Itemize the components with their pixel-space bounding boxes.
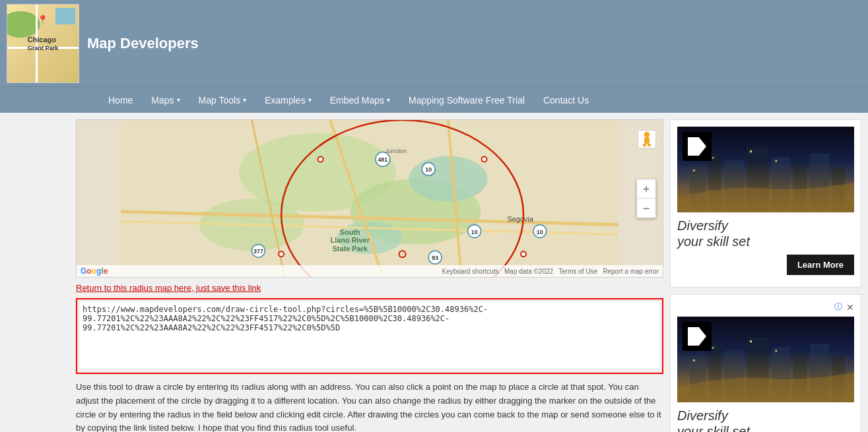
svg-rect-55 <box>747 338 769 401</box>
nav-free-trial[interactable]: Mapping Software Free Trial <box>399 90 534 111</box>
svg-point-4 <box>409 156 488 202</box>
ad-logo-shape-1 <box>688 137 706 156</box>
svg-rect-42 <box>747 148 769 211</box>
chicago-label: ChicagoGrant Park <box>28 36 59 51</box>
description-text: Use this tool to draw a circle by enteri… <box>76 381 663 432</box>
svg-rect-53 <box>709 344 721 400</box>
svg-rect-35 <box>644 137 650 144</box>
logo-map-thumbnail: ChicagoGrant Park 📍 <box>7 4 79 83</box>
street-view-button[interactable] <box>638 130 656 148</box>
url-box-wrapper <box>76 298 663 374</box>
nav-map-tools[interactable]: Map Tools ▾ <box>189 90 256 111</box>
ad-info-row-2: ⓘ ✕ <box>677 301 854 313</box>
svg-rect-56 <box>772 347 790 400</box>
svg-rect-47 <box>693 170 695 171</box>
nav-contact[interactable]: Contact Us <box>534 90 598 111</box>
svg-rect-39 <box>690 166 706 210</box>
nav-maps[interactable]: Maps ▾ <box>142 90 189 111</box>
svg-rect-58 <box>810 344 829 400</box>
svg-rect-52 <box>690 356 706 400</box>
ad-box-2: ⓘ ✕ <box>670 294 861 432</box>
zoom-controls: + − <box>636 179 656 218</box>
zoom-out-button[interactable]: − <box>637 199 655 218</box>
ad-logo-shape-2 <box>688 327 706 346</box>
ad-headline-2: Diversifyyour skill set <box>677 408 854 432</box>
svg-rect-63 <box>775 350 777 352</box>
content-area: 481 10 10 10 377 83 Junction South Llano… <box>76 119 663 432</box>
ad-image-2 <box>677 317 854 402</box>
svg-rect-46 <box>832 166 845 210</box>
site-title: Map Developers <box>87 35 199 52</box>
svg-rect-36 <box>643 144 646 146</box>
svg-rect-49 <box>750 150 752 152</box>
svg-text:South: South <box>340 228 360 236</box>
nav-embed-maps-arrow: ▾ <box>387 96 390 104</box>
ad-bottom-1: Learn More <box>677 255 854 275</box>
svg-rect-41 <box>725 160 744 211</box>
ad-text-1: Diversifyyour skill set Learn More <box>677 212 854 280</box>
right-sidebar: Diversifyyour skill set Learn More ⓘ ✕ <box>670 119 861 432</box>
ad-info-icon-2[interactable]: ⓘ <box>834 301 842 313</box>
navigation: Home Maps ▾ Map Tools ▾ Examples ▾ Embed… <box>0 86 868 113</box>
svg-rect-60 <box>693 359 695 361</box>
site-logo[interactable]: ChicagoGrant Park 📍 Map Developers <box>7 4 199 83</box>
svg-rect-61 <box>712 347 714 349</box>
map-svg: 481 10 10 10 377 83 Junction South Llano… <box>77 120 663 277</box>
svg-rect-54 <box>725 350 744 401</box>
svg-point-30 <box>279 251 284 257</box>
svg-text:Llano River: Llano River <box>331 236 370 244</box>
svg-text:481: 481 <box>378 156 387 163</box>
svg-rect-57 <box>793 353 807 400</box>
svg-rect-43 <box>772 157 790 210</box>
nav-home[interactable]: Home <box>99 90 142 111</box>
svg-rect-37 <box>648 144 651 146</box>
svg-text:10: 10 <box>537 229 543 235</box>
svg-rect-62 <box>750 340 752 342</box>
pegman-icon <box>641 131 653 147</box>
svg-text:Segovia: Segovia <box>507 215 533 223</box>
ad-box-1: Diversifyyour skill set Learn More <box>670 119 861 288</box>
nav-examples[interactable]: Examples ▾ <box>255 90 320 111</box>
ad-logo-2 <box>683 322 712 351</box>
nav-map-tools-arrow: ▾ <box>243 96 246 104</box>
map-footer-text: Keyboard shortcuts Map data ©2022 Terms … <box>442 268 659 275</box>
ad-close-btn-2[interactable]: ✕ <box>846 302 854 313</box>
ad-headline-1: Diversifyyour skill set <box>677 218 854 249</box>
svg-point-33 <box>482 157 487 162</box>
ad-logo-1 <box>683 132 712 161</box>
nav-embed-maps[interactable]: Embed Maps ▾ <box>321 90 399 111</box>
svg-point-31 <box>521 251 526 257</box>
svg-rect-48 <box>712 157 714 159</box>
nav-maps-arrow: ▾ <box>177 96 180 104</box>
return-link[interactable]: Return to this radius map here, just sav… <box>76 283 663 293</box>
map-pin: 📍 <box>37 15 48 25</box>
url-textarea[interactable] <box>80 302 659 368</box>
svg-rect-44 <box>793 163 807 210</box>
zoom-in-button[interactable]: + <box>637 180 655 199</box>
svg-point-32 <box>318 157 323 162</box>
svg-text:State Park: State Park <box>333 245 368 253</box>
google-logo: Google <box>81 266 108 276</box>
svg-text:10: 10 <box>471 229 478 235</box>
header: ChicagoGrant Park 📍 Map Developers <box>0 0 868 86</box>
svg-text:Junction: Junction <box>385 148 407 154</box>
svg-text:377: 377 <box>253 248 263 255</box>
svg-text:10: 10 <box>425 166 432 173</box>
ad-learn-btn-1[interactable]: Learn More <box>787 255 854 275</box>
svg-rect-40 <box>709 154 721 210</box>
svg-point-34 <box>644 132 650 137</box>
nav-examples-arrow: ▾ <box>308 96 312 104</box>
svg-rect-50 <box>775 160 777 162</box>
svg-text:83: 83 <box>432 255 438 261</box>
ad-text-2: Diversifyyour skill set Learn More <box>677 402 854 432</box>
ad-image-1 <box>677 127 854 212</box>
svg-rect-59 <box>832 356 845 400</box>
main-layout: 481 10 10 10 377 83 Junction South Llano… <box>0 113 868 432</box>
map-container[interactable]: 481 10 10 10 377 83 Junction South Llano… <box>76 119 663 278</box>
svg-rect-45 <box>810 154 829 210</box>
map-footer: Google Keyboard shortcuts Map data ©2022… <box>77 265 663 277</box>
